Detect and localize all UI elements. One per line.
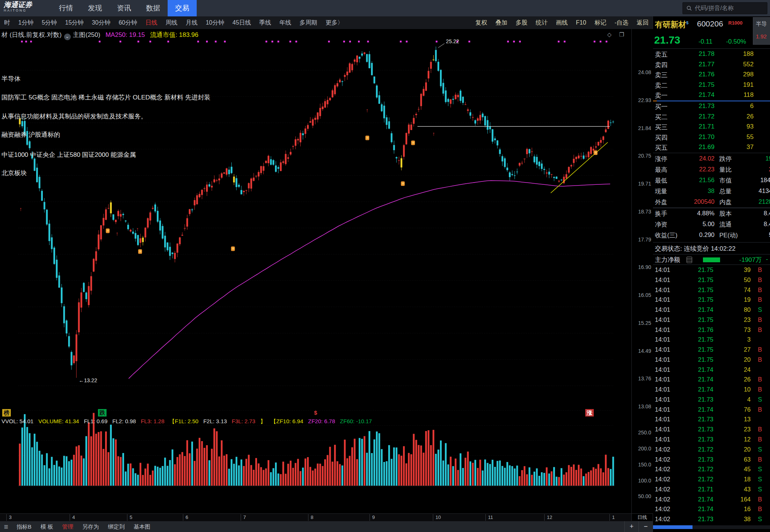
period-更多〉[interactable]: 更多〉 xyxy=(321,16,348,29)
tick-row: 14:0121.7426B xyxy=(653,375,770,385)
order-book-row[interactable]: 买三21.7193 xyxy=(653,122,770,132)
tick-volume: 76 xyxy=(722,406,751,413)
book-price: 21.69 xyxy=(675,143,714,151)
x-axis-month: 1 xyxy=(609,514,615,521)
chart-tag-榜[interactable]: 榜 xyxy=(2,409,11,417)
stat-value: 5.00 xyxy=(682,221,714,228)
tab-绑定到[interactable]: 绑定到 xyxy=(104,521,129,532)
x-axis-month: 8 xyxy=(308,514,313,521)
chevron-down-icon[interactable]: ⌄ xyxy=(64,34,71,40)
menu-交易[interactable]: 交易 xyxy=(168,0,197,16)
stats-row: 净资5.00流通8.4 xyxy=(653,219,770,230)
tick-row: 14:0121.7523B xyxy=(653,315,770,325)
tab-基本图[interactable]: 基本图 xyxy=(129,521,155,532)
search-input[interactable]: 代码/拼音/名称 xyxy=(682,2,767,14)
x-axis: 34567891011121 xyxy=(0,513,631,521)
tick-volume: 19 xyxy=(722,296,751,303)
zoom-out-button[interactable]: − xyxy=(639,521,653,532)
tick-time: 14:02 xyxy=(655,476,670,483)
period-月线[interactable]: 月线 xyxy=(181,16,202,29)
menu-发现[interactable]: 发现 xyxy=(80,0,110,16)
tick-row: 14:0221.7143S xyxy=(653,485,770,495)
tab-另存为[interactable]: 另存为 xyxy=(78,521,104,532)
tick-price: 21.74 xyxy=(683,506,713,513)
tick-list[interactable]: 14:0121.7539B14:0121.7550B14:0121.7574B1… xyxy=(653,265,770,525)
book-volume: 188 xyxy=(716,50,754,58)
menu-数据[interactable]: 数据 xyxy=(139,0,168,16)
period-15分钟[interactable]: 15分钟 xyxy=(61,16,88,29)
tool-标记[interactable]: 标记 xyxy=(590,16,611,29)
order-book-row[interactable]: 买一21.736 xyxy=(653,101,770,112)
tick-side: S xyxy=(756,486,764,493)
tab-指标B[interactable]: 指标B xyxy=(12,521,36,532)
order-book-row[interactable]: 卖四21.77552 xyxy=(653,60,770,70)
candlestick-chart[interactable]: ↑↑↑↑↑25.22←13.22 材 (日线.前复权.对数)⌄主图(250)MA… xyxy=(0,29,653,521)
order-book-row[interactable]: 卖五21.78188 xyxy=(653,49,770,60)
period-年线[interactable]: 年线 xyxy=(275,16,295,29)
period-10分钟[interactable]: 10分钟 xyxy=(202,16,228,29)
detail-list-icon[interactable] xyxy=(687,257,692,263)
tick-time: 14:02 xyxy=(655,456,670,463)
stats-row: 涨停24.02跌停19 xyxy=(653,153,770,164)
sector-box[interactable]: 半导 1.92 xyxy=(753,17,770,45)
tab-管理[interactable]: 管理 xyxy=(58,521,78,532)
chart-tag-$[interactable]: $ xyxy=(313,409,319,417)
order-book-row[interactable]: 买五21.6937 xyxy=(653,142,770,153)
tool-画线[interactable]: 画线 xyxy=(552,16,572,29)
stat-label: 量比 xyxy=(719,166,732,174)
indicator-value: F2L: 3.13 xyxy=(203,418,227,424)
period-5分钟[interactable]: 5分钟 xyxy=(38,16,61,29)
tick-price: 21.73 xyxy=(683,416,713,423)
tool-返回[interactable]: 返回 xyxy=(633,16,653,29)
tool-复权[interactable]: 复权 xyxy=(471,16,491,29)
chart-tag-跌[interactable]: 跌 xyxy=(98,409,107,417)
indicator-value: VVOL: 54.01 xyxy=(1,418,34,424)
menu-icon[interactable]: ≣ xyxy=(0,521,12,532)
period-1分钟[interactable]: 1分钟 xyxy=(14,16,38,29)
chart-canvas[interactable]: ↑↑↑↑↑25.22←13.22 xyxy=(0,29,653,521)
order-book-row[interactable]: 买四21.7055 xyxy=(653,132,770,143)
price-axis-label: 18.73 xyxy=(633,209,651,215)
scrollbar-thumb[interactable] xyxy=(653,525,693,529)
panel-scrollbar[interactable] xyxy=(653,525,770,529)
book-price: 21.70 xyxy=(675,133,714,141)
tab-模 板[interactable]: 模 板 xyxy=(36,521,58,532)
flow-bar xyxy=(703,257,720,262)
order-book-row[interactable]: 卖三21.76298 xyxy=(653,70,770,80)
tool-多股[interactable]: 多股 xyxy=(511,16,532,29)
chart-tag-涨[interactable]: 涨 xyxy=(585,409,594,417)
tick-price: 21.73 xyxy=(683,436,713,443)
tool-叠加[interactable]: 叠加 xyxy=(491,16,511,29)
price-axis-label: 20.75 xyxy=(633,153,651,159)
stat-value: 38 xyxy=(682,187,714,194)
order-book-row[interactable]: 卖二21.75191 xyxy=(653,80,770,91)
stat-label: 股本 xyxy=(719,210,732,218)
period-季线[interactable]: 季线 xyxy=(255,16,275,29)
diamond-icon[interactable]: ◇ xyxy=(607,31,612,38)
tool--自选[interactable]: -自选 xyxy=(611,16,633,29)
book-volume: 552 xyxy=(716,61,754,68)
period-60分钟[interactable]: 60分钟 xyxy=(114,16,141,29)
period-时[interactable]: 时 xyxy=(0,16,14,29)
tick-row: 14:0221.7363B xyxy=(653,455,770,465)
period-45日线[interactable]: 45日线 xyxy=(228,16,255,29)
logo-cn: 海通证券 xyxy=(4,1,32,8)
order-book-row[interactable]: 买二21.7226 xyxy=(653,112,770,122)
tick-time: 14:01 xyxy=(655,366,670,373)
order-book-row[interactable]: 卖一21.74118 xyxy=(653,90,770,101)
period-周线[interactable]: 周线 xyxy=(161,16,181,29)
window-icon[interactable]: ❐ xyxy=(619,31,624,38)
period-多周期[interactable]: 多周期 xyxy=(295,16,321,29)
menu-资讯[interactable]: 资讯 xyxy=(110,0,139,16)
period-30分钟[interactable]: 30分钟 xyxy=(88,16,115,29)
menu-行情[interactable]: 行情 xyxy=(51,0,80,16)
indicator-value: 】 xyxy=(260,418,266,424)
tool-统计[interactable]: 统计 xyxy=(532,16,552,29)
tool-F10[interactable]: F10 xyxy=(572,16,590,29)
period-axis-label[interactable]: 日线 xyxy=(631,513,653,521)
book-label: 买五 xyxy=(655,143,668,152)
book-price: 21.71 xyxy=(675,123,714,130)
tick-price: 21.75 xyxy=(683,276,713,284)
period-日线[interactable]: 日线 xyxy=(141,16,161,29)
zoom-in-button[interactable]: + xyxy=(624,521,639,532)
